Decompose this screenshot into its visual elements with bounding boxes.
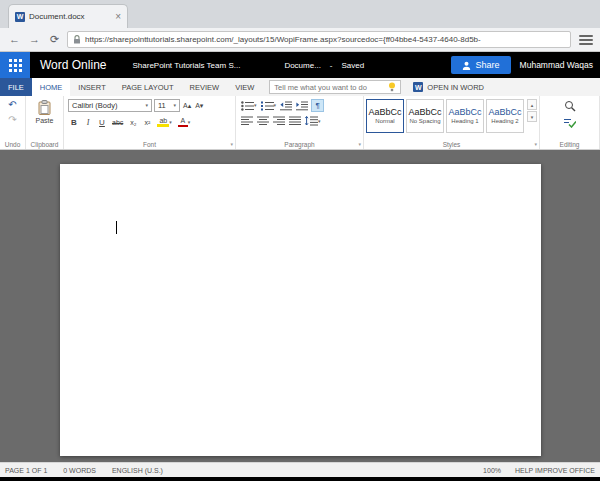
share-button[interactable]: Share [451,56,511,74]
document-name[interactable]: Docume... [284,61,320,70]
clipboard-group: Paste Clipboard [26,96,64,149]
refresh-icon[interactable]: ⟳ [47,34,62,45]
bottom-strip [0,477,600,481]
styles-dialog-launcher-icon[interactable]: ▾ [534,142,537,147]
highlight-color-button[interactable]: ab ▾ [155,115,174,129]
document-page[interactable] [60,164,541,456]
lock-icon [73,35,81,44]
line-spacing-button[interactable]: ▾ [304,115,322,127]
browser-address-bar: ← → ⟳ https://sharepointtutorials.sharep… [0,28,600,52]
tab-page-layout[interactable]: PAGE LAYOUT [114,78,182,96]
browser-window: W Document.docx × ← → ⟳ https://sharepoi… [0,0,600,481]
language-indicator[interactable]: ENGLISH (U.S.) [112,467,163,474]
font-color-icon: A [178,117,188,127]
underline-button[interactable]: U [96,115,108,129]
styles-scroll-up-icon[interactable]: ▴ [527,99,537,110]
lightbulb-icon [388,82,396,92]
undo-group-label: Undo [0,141,25,148]
styles-scroll-down-icon[interactable]: ▾ [527,111,537,122]
shrink-font-button[interactable]: A▾ [194,101,204,111]
chevron-down-icon: ▾ [169,120,172,125]
chevron-down-icon: ▾ [145,103,148,108]
numbering-button[interactable]: ▾ [260,100,278,112]
font-size-value: 11 [158,101,166,110]
tab-close-icon[interactable]: × [115,12,121,22]
word-file-icon: W [15,12,25,22]
document-title[interactable]: Docume... - Saved [284,61,364,70]
font-family-dropdown[interactable]: Calibri (Body) ▾ [68,99,152,112]
save-status: Saved [342,61,365,70]
tell-me-box[interactable] [269,80,401,94]
clipboard-group-label: Clipboard [26,141,63,148]
justify-button[interactable] [288,115,302,127]
share-label: Share [476,60,500,70]
grow-font-button[interactable]: A▴ [182,101,192,111]
chevron-down-icon: ▾ [173,103,176,108]
font-group-label: Font [64,141,235,148]
word-count[interactable]: 0 WORDS [63,467,96,474]
strikethrough-button[interactable]: abc [110,115,125,129]
text-cursor [116,221,117,234]
style-card-no-spacing[interactable]: AaBbCc No Spacing [406,99,444,133]
font-size-dropdown[interactable]: 11 ▾ [154,99,180,112]
font-dialog-launcher-icon[interactable]: ▾ [230,142,233,147]
font-color-button[interactable]: A ▾ [176,115,193,129]
url-box[interactable]: https://sharepointtutorials.sharepoint.c… [67,31,571,48]
site-breadcrumb[interactable]: SharePoint Tutorials Team S... [132,61,240,70]
style-card-heading-2[interactable]: AaBbCc Heading 2 [486,99,524,133]
editing-group-label: Editing [540,141,599,148]
ribbon-tab-row: FILE HOME INSERT PAGE LAYOUT REVIEW VIEW… [0,78,600,96]
page-count[interactable]: PAGE 1 OF 1 [5,467,47,474]
redo-button[interactable]: ↷ [7,114,17,126]
chevron-down-icon: ▾ [254,103,257,108]
style-name: No Spacing [409,118,440,124]
word-app-icon: W [413,82,423,92]
chevron-down-icon: ▾ [274,103,277,108]
app-launcher-icon[interactable] [0,52,30,78]
style-name: Heading 2 [491,118,518,124]
decrease-indent-button[interactable] [279,100,293,112]
superscript-button[interactable]: x² [141,115,153,129]
italic-button[interactable]: I [82,115,94,129]
find-button[interactable] [563,99,577,113]
paragraph-group-label: Paragraph [236,141,363,148]
spelling-button[interactable] [562,116,577,129]
chevron-down-icon: ▾ [188,120,191,125]
open-in-word-label: OPEN IN WORD [427,83,484,92]
styles-gallery-scroll: ▴ ▾ [527,99,537,122]
style-card-normal[interactable]: AaBbCc Normal [366,99,404,133]
subscript-button[interactable]: x₂ [127,115,139,129]
align-center-button[interactable] [256,115,270,127]
style-card-heading-1[interactable]: AaBbCc Heading 1 [446,99,484,133]
forward-icon[interactable]: → [27,34,42,45]
tab-review[interactable]: REVIEW [182,78,228,96]
tab-file[interactable]: FILE [0,78,32,96]
paste-button[interactable]: Paste [36,100,54,124]
open-in-word-button[interactable]: W OPEN IN WORD [413,78,484,96]
help-improve-office-link[interactable]: HELP IMPROVE OFFICE [515,467,595,474]
paragraph-dialog-launcher-icon[interactable]: ▾ [358,142,361,147]
office-suite-bar: Word Online SharePoint Tutorials Team S.… [0,52,600,78]
bold-button[interactable]: B [68,115,80,129]
tab-insert[interactable]: INSERT [70,78,113,96]
align-right-button[interactable] [272,115,286,127]
browser-tab[interactable]: W Document.docx × [8,4,128,28]
browser-menu-icon[interactable] [579,35,593,45]
paragraph-marks-button[interactable]: ¶ [311,99,324,112]
tab-title: Document.docx [29,12,111,21]
undo-button[interactable]: ↶ [7,99,17,111]
tab-home[interactable]: HOME [32,78,71,96]
user-name[interactable]: Muhammad Waqas [520,60,593,70]
increase-indent-button[interactable] [295,100,309,112]
title-separator: - [330,61,333,70]
align-left-button[interactable] [240,115,254,127]
chevron-down-icon: ▾ [318,119,321,124]
styles-group-label: Styles [364,141,539,148]
bullets-button[interactable]: ▾ [240,100,258,112]
tab-view[interactable]: VIEW [227,78,262,96]
back-icon[interactable]: ← [7,34,22,45]
tell-me-input[interactable] [274,83,385,92]
highlighter-icon: ab [157,117,169,128]
zoom-level[interactable]: 100% [483,467,501,474]
style-preview: AaBbCc [488,108,521,117]
